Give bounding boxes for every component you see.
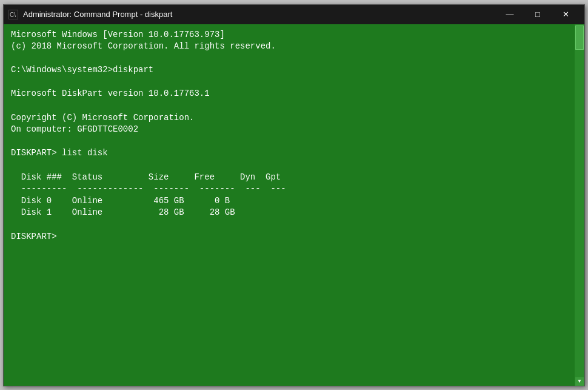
minimize-button[interactable]: — (496, 5, 524, 24)
console-output: Microsoft Windows [Version 10.0.17763.97… (11, 29, 577, 243)
window-title: Administrator: Command Prompt - diskpart (23, 10, 496, 19)
cmd-window: C\ Administrator: Command Prompt - diskp… (3, 4, 585, 386)
close-button[interactable]: ✕ (552, 5, 580, 24)
scrollbar[interactable]: ▼ (575, 24, 584, 386)
maximize-button[interactable]: □ (524, 5, 552, 24)
svg-text:C\: C\ (10, 12, 16, 18)
scrollbar-down-arrow[interactable]: ▼ (575, 377, 584, 386)
cmd-icon: C\ (8, 10, 18, 19)
console-area[interactable]: Microsoft Windows [Version 10.0.17763.97… (4, 24, 584, 386)
title-bar: C\ Administrator: Command Prompt - diskp… (4, 5, 584, 24)
window-controls: — □ ✕ (496, 5, 580, 24)
scrollbar-thumb[interactable] (575, 25, 584, 50)
